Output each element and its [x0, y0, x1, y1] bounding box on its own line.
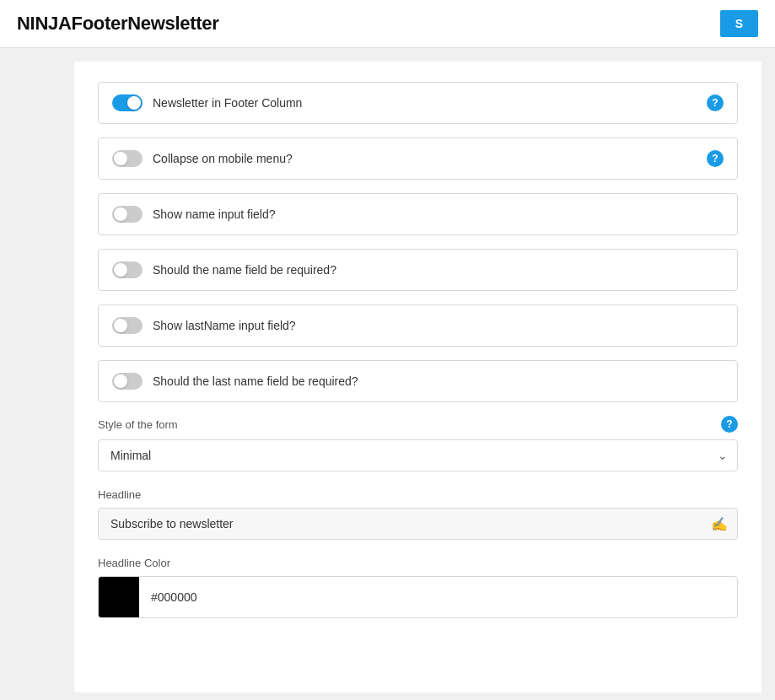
headline-color-row: #000000 — [98, 576, 738, 618]
help-icon-collapse-mobile[interactable]: ? — [707, 150, 724, 167]
headline-input-wrapper: ✍ — [98, 508, 738, 540]
toggle-row-name-required: Should the name field be required? — [98, 249, 738, 291]
form-style-label: Style of the form — [98, 418, 178, 431]
color-swatch[interactable] — [99, 577, 139, 617]
edit-icon: ✍ — [711, 516, 728, 532]
title-rest: FooterNewsletter — [72, 13, 219, 34]
headline-color-label: Headline Color — [98, 557, 170, 569]
toggle-label-newsletter-footer-column: Newsletter in Footer Column — [153, 96, 302, 110]
form-style-section: Style of the form ? — [98, 416, 738, 433]
help-icon-form-style[interactable]: ? — [721, 416, 738, 433]
title-ninja: NINJA — [17, 13, 72, 34]
header: NINJAFooterNewsletter S — [0, 0, 775, 48]
headline-color-section: Headline Color — [98, 557, 738, 569]
toggle-name-required[interactable] — [112, 261, 143, 278]
toggle-row-show-name: Show name input field? — [98, 193, 738, 235]
toggle-lastname-required[interactable] — [112, 373, 143, 390]
headline-label: Headline — [98, 488, 141, 501]
form-style-select[interactable]: Minimal Standard Boxed — [98, 439, 738, 471]
toggle-show-name[interactable] — [112, 206, 143, 223]
toggle-show-lastname[interactable] — [112, 317, 143, 334]
headline-input[interactable] — [98, 508, 738, 540]
toggle-row-collapse-mobile: Collapse on mobile menu? ? — [98, 137, 738, 180]
save-button[interactable]: S — [720, 10, 758, 37]
toggle-row-lastname-required: Should the last name field be required? — [98, 360, 738, 402]
form-style-dropdown-wrapper: Minimal Standard Boxed ⌄ — [98, 439, 738, 471]
toggle-collapse-mobile[interactable] — [112, 150, 143, 167]
toggle-label-show-name: Show name input field? — [153, 207, 276, 221]
content-panel: Newsletter in Footer Column ? Collapse o… — [74, 62, 762, 692]
toggle-label-show-lastname: Show lastName input field? — [153, 319, 296, 332]
headline-input-container: ✍ — [98, 508, 738, 540]
toggle-label-name-required: Should the name field be required? — [153, 263, 336, 277]
toggle-row-show-lastname: Show lastName input field? — [98, 304, 738, 347]
app-title: NINJAFooterNewsletter — [17, 13, 218, 35]
headline-section: Headline — [98, 488, 738, 501]
toggle-label-lastname-required: Should the last name field be required? — [153, 374, 358, 388]
toggle-newsletter-footer-column[interactable] — [112, 94, 143, 111]
color-value: #000000 — [139, 590, 737, 604]
toggle-label-collapse-mobile: Collapse on mobile menu? — [153, 152, 293, 165]
toggle-row-newsletter-footer-column: Newsletter in Footer Column ? — [98, 82, 738, 124]
help-icon-newsletter[interactable]: ? — [707, 94, 724, 111]
form-style-dropdown-container: Minimal Standard Boxed ⌄ — [98, 439, 738, 471]
sidebar — [0, 48, 74, 700]
main-layout: Newsletter in Footer Column ? Collapse o… — [0, 48, 775, 700]
